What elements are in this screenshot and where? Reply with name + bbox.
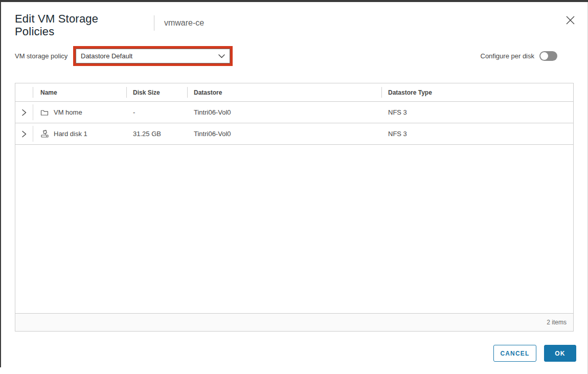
table-row-hard-disk-1[interactable]: Hard disk 1 31.25 GB Tintri06-Vol0 NFS 3 <box>15 123 573 145</box>
expand-row-button[interactable] <box>17 106 31 119</box>
table-empty-area <box>15 145 573 313</box>
dropdown-chevron-icon <box>218 54 225 58</box>
vm-storage-policy-label: VM storage policy <box>15 52 67 60</box>
row-disk-size: - <box>126 102 187 123</box>
table-row-vm-home[interactable]: VM home - Tintri06-Vol0 NFS 3 <box>15 102 573 123</box>
header-expand-column <box>15 83 33 101</box>
close-button[interactable] <box>564 14 576 26</box>
header-datastore-type: Datastore Type <box>381 83 573 101</box>
close-icon <box>566 16 575 25</box>
caret-right-icon <box>20 130 28 138</box>
header-name: Name <box>33 83 126 101</box>
cancel-button[interactable]: CANCEL <box>493 345 536 362</box>
table-header-row: Name Disk Size Datastore Datastore Type <box>15 83 573 102</box>
row-datastore-type: NFS 3 <box>381 123 573 144</box>
window-frame-top <box>0 0 588 2</box>
row-disk-size: 31.25 GB <box>126 123 187 144</box>
dialog-actions: CANCEL OK <box>493 345 576 362</box>
row-datastore-type: NFS 3 <box>381 102 573 123</box>
selected-policy-value: Datastore Default <box>81 52 132 60</box>
window-frame-left <box>0 0 1 367</box>
header-disk-size: Disk Size <box>126 83 187 101</box>
ok-button[interactable]: OK <box>544 345 576 362</box>
table-footer: 2 items <box>15 313 573 331</box>
dialog-header: Edit VM Storage Policies vmware-ce <box>15 12 576 38</box>
dialog-title: Edit VM Storage Policies <box>15 12 138 38</box>
row-datastore: Tintri06-Vol0 <box>187 123 381 144</box>
expand-row-button[interactable] <box>17 127 31 141</box>
row-name: VM home <box>54 108 82 116</box>
caret-right-icon <box>20 108 28 117</box>
vm-name-subtitle: vmware-ce <box>164 18 204 28</box>
storage-policy-table: Name Disk Size Datastore Datastore Type … <box>15 83 574 332</box>
row-datastore: Tintri06-Vol0 <box>187 102 381 123</box>
configure-per-disk-label: Configure per disk <box>481 52 535 60</box>
configure-per-disk-control: Configure per disk <box>481 51 558 61</box>
item-count: 2 items <box>547 319 567 326</box>
red-highlight-annotation: Datastore Default <box>73 46 233 66</box>
header-datastore: Datastore <box>187 83 381 101</box>
folder-icon <box>40 109 49 116</box>
row-name: Hard disk 1 <box>54 130 87 138</box>
title-divider <box>154 15 154 31</box>
toggle-knob <box>540 52 548 60</box>
configure-per-disk-toggle[interactable] <box>539 51 557 61</box>
vm-storage-policy-select[interactable]: Datastore Default <box>76 49 230 63</box>
hard-disk-icon <box>40 129 49 138</box>
policy-row: VM storage policy Datastore Default Conf… <box>15 46 574 67</box>
